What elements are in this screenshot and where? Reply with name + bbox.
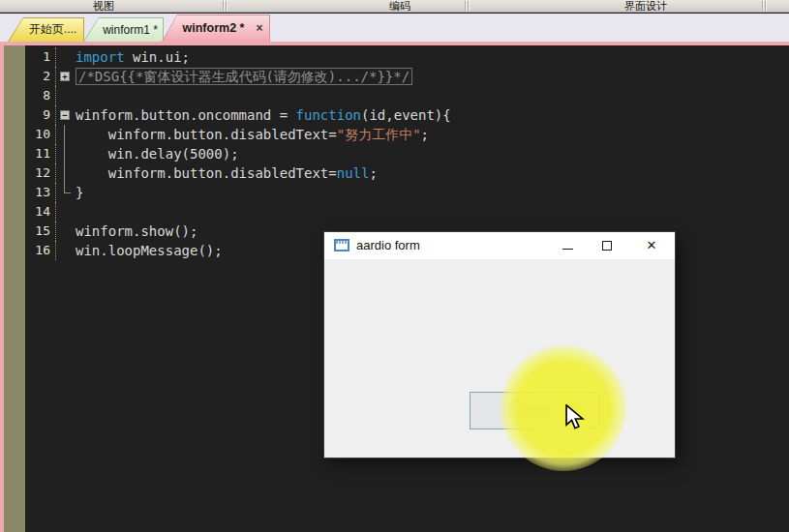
fold-toggle-icon[interactable]: − (60, 110, 70, 120)
toolbar-group-ui-design[interactable]: 界面设计 (624, 0, 667, 12)
maximize-button[interactable] (592, 232, 622, 259)
line-number: 10 (25, 125, 56, 144)
fold-margin: + (56, 67, 74, 86)
fold-margin: − (56, 105, 74, 125)
line-number: 12 (25, 163, 56, 183)
folded-comment-box[interactable]: /*DSG{{*窗体设计器生成代码(请勿修改).../*}}*/ (76, 68, 412, 85)
window-title: aardio form (356, 232, 420, 259)
fold-margin (56, 144, 74, 163)
fold-guide-line (64, 125, 65, 144)
code-text: win.delay(5000); (74, 144, 239, 163)
tab-start-page[interactable]: 开始页.... (8, 17, 84, 42)
line-number: 9 (25, 105, 56, 125)
toolbar-divider (762, 1, 767, 11)
fold-margin (56, 86, 74, 105)
code-line: 14 (25, 202, 789, 222)
tab-label: winform2 * (183, 21, 245, 35)
code-text: /*DSG{{*窗体设计器生成代码(请勿修改).../*}}*/ (74, 67, 412, 86)
code-line: 9−winform.button.oncommand = function(id… (25, 105, 789, 125)
form-titlebar[interactable]: aardio form ✕ (324, 232, 675, 259)
code-line: 13} (25, 183, 789, 202)
code-line: 1import win.ui; (25, 47, 789, 67)
fold-guide-line (64, 163, 65, 183)
tab-label: winform1 * (83, 17, 164, 42)
code-lines: 1import win.ui;2+/*DSG{{*窗体设计器生成代码(请勿修改)… (25, 47, 789, 260)
minimize-icon (562, 249, 573, 250)
line-number: 13 (25, 183, 56, 202)
close-tab-icon[interactable]: × (256, 21, 262, 35)
fold-margin (56, 163, 74, 183)
fold-guide-line (64, 144, 65, 163)
aardio-form-window: aardio form ✕ 开始 (324, 232, 675, 458)
close-button[interactable]: ✕ (637, 232, 666, 259)
code-text: win.loopMessage(); (74, 241, 223, 260)
tab-bar: 开始页.... winform1 * winform2 * × (0, 14, 789, 42)
tab-winform1[interactable]: winform1 * (83, 17, 164, 42)
tab-label: 开始页.... (8, 17, 84, 42)
code-line: 8 (25, 86, 789, 105)
form-body: 开始 (324, 259, 675, 458)
code-text: winform.button.oncommand = function(id,e… (74, 105, 451, 125)
line-number: 2 (25, 67, 56, 86)
fold-margin (56, 183, 74, 202)
minimize-button[interactable] (553, 232, 582, 259)
toolbar-divider (465, 1, 470, 11)
toolbar-group-encoding[interactable]: 编码 (389, 0, 410, 12)
code-text: winform.show(); (74, 222, 197, 241)
code-text: } (74, 183, 83, 202)
fold-margin (56, 222, 74, 241)
line-number: 15 (25, 222, 56, 241)
line-number: 8 (25, 86, 56, 105)
tab-winform2-active[interactable]: winform2 * × (162, 15, 270, 42)
line-number: 11 (25, 144, 56, 163)
fold-margin (56, 47, 74, 67)
code-text: winform.button.disabledText=null; (74, 163, 378, 183)
line-number: 1 (25, 47, 56, 67)
fold-guide-corner (64, 183, 71, 193)
toolbar-group-view[interactable]: 视图 (93, 0, 114, 12)
fold-margin (56, 202, 74, 222)
code-line: 10 winform.button.disabledText="努力工作中"; (25, 125, 789, 144)
start-button[interactable]: 开始 (470, 392, 600, 429)
fold-margin (56, 125, 74, 144)
close-icon: ✕ (647, 232, 657, 259)
code-text (74, 202, 76, 222)
code-text (74, 86, 76, 105)
code-line: 11 win.delay(5000); (25, 144, 789, 163)
code-line: 12 winform.button.disabledText=null; (25, 163, 789, 183)
code-line: 2+/*DSG{{*窗体设计器生成代码(请勿修改).../*}}*/ (25, 67, 789, 86)
window-icon (334, 239, 349, 251)
start-button-label: 开始 (524, 402, 547, 419)
line-number: 16 (25, 241, 56, 260)
bookmark-margin (4, 45, 25, 532)
fold-toggle-icon[interactable]: + (60, 72, 70, 81)
toolbar-divider (223, 1, 228, 11)
aardio-ide: 视图 编码 界面设计 开始页.... winform1 * winform2 *… (0, 0, 789, 532)
toolbar: 视图 编码 界面设计 (0, 0, 789, 13)
code-text: import win.ui; (74, 47, 190, 67)
maximize-icon (602, 241, 612, 251)
code-text: winform.button.disabledText="努力工作中"; (74, 125, 429, 144)
line-number: 14 (25, 202, 56, 222)
fold-margin (56, 241, 74, 260)
